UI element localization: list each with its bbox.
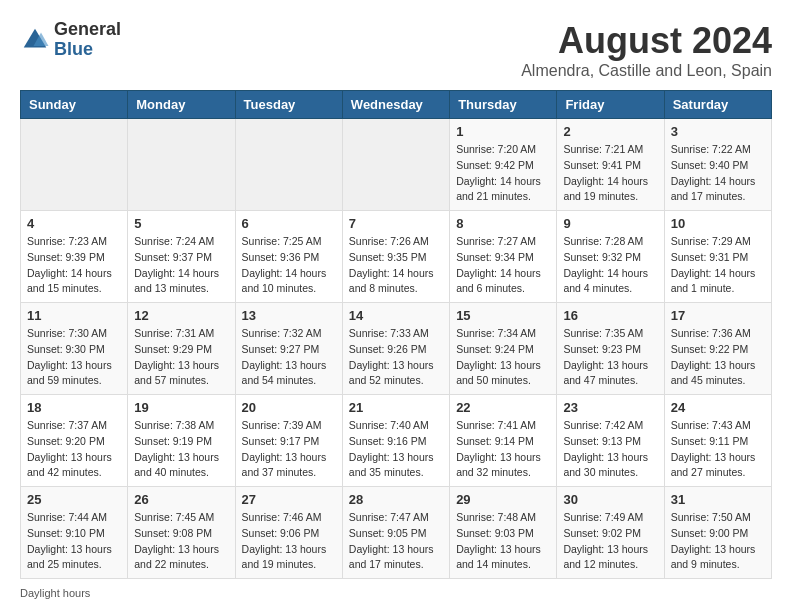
- title-area: August 2024 Almendra, Castille and Leon,…: [521, 20, 772, 80]
- calendar-cell: 4Sunrise: 7:23 AMSunset: 9:39 PMDaylight…: [21, 211, 128, 303]
- calendar-cell: 23Sunrise: 7:42 AMSunset: 9:13 PMDayligh…: [557, 395, 664, 487]
- day-number: 15: [456, 308, 550, 323]
- day-info: Sunrise: 7:49 AMSunset: 9:02 PMDaylight:…: [563, 510, 657, 573]
- calendar-cell: 8Sunrise: 7:27 AMSunset: 9:34 PMDaylight…: [450, 211, 557, 303]
- calendar-cell: [21, 119, 128, 211]
- calendar-cell: 25Sunrise: 7:44 AMSunset: 9:10 PMDayligh…: [21, 487, 128, 579]
- day-number: 18: [27, 400, 121, 415]
- col-header-saturday: Saturday: [664, 91, 771, 119]
- day-number: 21: [349, 400, 443, 415]
- day-info: Sunrise: 7:23 AMSunset: 9:39 PMDaylight:…: [27, 234, 121, 297]
- day-info: Sunrise: 7:43 AMSunset: 9:11 PMDaylight:…: [671, 418, 765, 481]
- day-info: Sunrise: 7:25 AMSunset: 9:36 PMDaylight:…: [242, 234, 336, 297]
- day-number: 7: [349, 216, 443, 231]
- footer-note: Daylight hours: [20, 587, 772, 599]
- calendar-cell: 14Sunrise: 7:33 AMSunset: 9:26 PMDayligh…: [342, 303, 449, 395]
- day-info: Sunrise: 7:26 AMSunset: 9:35 PMDaylight:…: [349, 234, 443, 297]
- calendar-cell: [235, 119, 342, 211]
- calendar-cell: 13Sunrise: 7:32 AMSunset: 9:27 PMDayligh…: [235, 303, 342, 395]
- calendar-table: SundayMondayTuesdayWednesdayThursdayFrid…: [20, 90, 772, 579]
- day-info: Sunrise: 7:31 AMSunset: 9:29 PMDaylight:…: [134, 326, 228, 389]
- day-number: 10: [671, 216, 765, 231]
- calendar-cell: 7Sunrise: 7:26 AMSunset: 9:35 PMDaylight…: [342, 211, 449, 303]
- day-number: 5: [134, 216, 228, 231]
- calendar-week-0: 1Sunrise: 7:20 AMSunset: 9:42 PMDaylight…: [21, 119, 772, 211]
- day-number: 13: [242, 308, 336, 323]
- day-number: 25: [27, 492, 121, 507]
- calendar-week-4: 25Sunrise: 7:44 AMSunset: 9:10 PMDayligh…: [21, 487, 772, 579]
- calendar-header-row: SundayMondayTuesdayWednesdayThursdayFrid…: [21, 91, 772, 119]
- day-info: Sunrise: 7:28 AMSunset: 9:32 PMDaylight:…: [563, 234, 657, 297]
- day-info: Sunrise: 7:40 AMSunset: 9:16 PMDaylight:…: [349, 418, 443, 481]
- col-header-sunday: Sunday: [21, 91, 128, 119]
- day-number: 19: [134, 400, 228, 415]
- day-info: Sunrise: 7:42 AMSunset: 9:13 PMDaylight:…: [563, 418, 657, 481]
- day-info: Sunrise: 7:37 AMSunset: 9:20 PMDaylight:…: [27, 418, 121, 481]
- calendar-cell: 2Sunrise: 7:21 AMSunset: 9:41 PMDaylight…: [557, 119, 664, 211]
- day-info: Sunrise: 7:45 AMSunset: 9:08 PMDaylight:…: [134, 510, 228, 573]
- day-number: 23: [563, 400, 657, 415]
- day-number: 4: [27, 216, 121, 231]
- day-number: 30: [563, 492, 657, 507]
- day-info: Sunrise: 7:29 AMSunset: 9:31 PMDaylight:…: [671, 234, 765, 297]
- day-info: Sunrise: 7:36 AMSunset: 9:22 PMDaylight:…: [671, 326, 765, 389]
- day-number: 24: [671, 400, 765, 415]
- day-number: 29: [456, 492, 550, 507]
- day-number: 31: [671, 492, 765, 507]
- day-number: 14: [349, 308, 443, 323]
- page-header: General Blue August 2024 Almendra, Casti…: [20, 20, 772, 80]
- day-number: 22: [456, 400, 550, 415]
- day-number: 1: [456, 124, 550, 139]
- day-info: Sunrise: 7:35 AMSunset: 9:23 PMDaylight:…: [563, 326, 657, 389]
- day-info: Sunrise: 7:50 AMSunset: 9:00 PMDaylight:…: [671, 510, 765, 573]
- day-number: 27: [242, 492, 336, 507]
- day-info: Sunrise: 7:44 AMSunset: 9:10 PMDaylight:…: [27, 510, 121, 573]
- day-number: 3: [671, 124, 765, 139]
- day-info: Sunrise: 7:33 AMSunset: 9:26 PMDaylight:…: [349, 326, 443, 389]
- calendar-cell: 24Sunrise: 7:43 AMSunset: 9:11 PMDayligh…: [664, 395, 771, 487]
- calendar-cell: 1Sunrise: 7:20 AMSunset: 9:42 PMDaylight…: [450, 119, 557, 211]
- calendar-cell: 9Sunrise: 7:28 AMSunset: 9:32 PMDaylight…: [557, 211, 664, 303]
- col-header-monday: Monday: [128, 91, 235, 119]
- location-title: Almendra, Castille and Leon, Spain: [521, 62, 772, 80]
- day-info: Sunrise: 7:34 AMSunset: 9:24 PMDaylight:…: [456, 326, 550, 389]
- day-info: Sunrise: 7:38 AMSunset: 9:19 PMDaylight:…: [134, 418, 228, 481]
- day-number: 6: [242, 216, 336, 231]
- calendar-cell: 31Sunrise: 7:50 AMSunset: 9:00 PMDayligh…: [664, 487, 771, 579]
- day-info: Sunrise: 7:47 AMSunset: 9:05 PMDaylight:…: [349, 510, 443, 573]
- col-header-tuesday: Tuesday: [235, 91, 342, 119]
- day-info: Sunrise: 7:21 AMSunset: 9:41 PMDaylight:…: [563, 142, 657, 205]
- calendar-cell: [342, 119, 449, 211]
- calendar-cell: 3Sunrise: 7:22 AMSunset: 9:40 PMDaylight…: [664, 119, 771, 211]
- day-number: 20: [242, 400, 336, 415]
- calendar-cell: 12Sunrise: 7:31 AMSunset: 9:29 PMDayligh…: [128, 303, 235, 395]
- calendar-cell: 16Sunrise: 7:35 AMSunset: 9:23 PMDayligh…: [557, 303, 664, 395]
- col-header-wednesday: Wednesday: [342, 91, 449, 119]
- day-number: 12: [134, 308, 228, 323]
- calendar-cell: 11Sunrise: 7:30 AMSunset: 9:30 PMDayligh…: [21, 303, 128, 395]
- calendar-cell: 27Sunrise: 7:46 AMSunset: 9:06 PMDayligh…: [235, 487, 342, 579]
- day-number: 11: [27, 308, 121, 323]
- day-info: Sunrise: 7:30 AMSunset: 9:30 PMDaylight:…: [27, 326, 121, 389]
- day-info: Sunrise: 7:32 AMSunset: 9:27 PMDaylight:…: [242, 326, 336, 389]
- calendar-week-3: 18Sunrise: 7:37 AMSunset: 9:20 PMDayligh…: [21, 395, 772, 487]
- daylight-note: Daylight hours: [20, 587, 90, 599]
- day-info: Sunrise: 7:46 AMSunset: 9:06 PMDaylight:…: [242, 510, 336, 573]
- calendar-cell: 10Sunrise: 7:29 AMSunset: 9:31 PMDayligh…: [664, 211, 771, 303]
- calendar-cell: [128, 119, 235, 211]
- day-info: Sunrise: 7:27 AMSunset: 9:34 PMDaylight:…: [456, 234, 550, 297]
- calendar-cell: 30Sunrise: 7:49 AMSunset: 9:02 PMDayligh…: [557, 487, 664, 579]
- calendar-cell: 26Sunrise: 7:45 AMSunset: 9:08 PMDayligh…: [128, 487, 235, 579]
- calendar-cell: 22Sunrise: 7:41 AMSunset: 9:14 PMDayligh…: [450, 395, 557, 487]
- day-number: 9: [563, 216, 657, 231]
- logo-icon: [20, 25, 50, 55]
- col-header-friday: Friday: [557, 91, 664, 119]
- calendar-cell: 19Sunrise: 7:38 AMSunset: 9:19 PMDayligh…: [128, 395, 235, 487]
- day-number: 16: [563, 308, 657, 323]
- month-title: August 2024: [521, 20, 772, 62]
- day-info: Sunrise: 7:22 AMSunset: 9:40 PMDaylight:…: [671, 142, 765, 205]
- calendar-cell: 6Sunrise: 7:25 AMSunset: 9:36 PMDaylight…: [235, 211, 342, 303]
- logo-general-text: General: [54, 20, 121, 40]
- day-info: Sunrise: 7:41 AMSunset: 9:14 PMDaylight:…: [456, 418, 550, 481]
- calendar-cell: 29Sunrise: 7:48 AMSunset: 9:03 PMDayligh…: [450, 487, 557, 579]
